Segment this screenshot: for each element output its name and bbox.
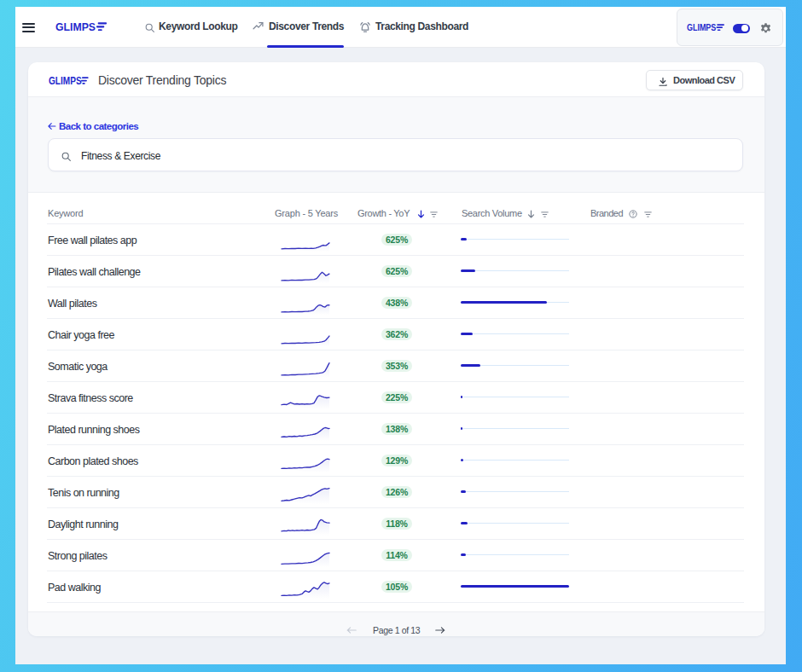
svg-text:GLIMPS: GLIMPS [687, 24, 716, 31]
svg-text:GLIMPS: GLIMPS [49, 77, 82, 84]
svg-text:GLIMPS: GLIMPS [55, 22, 96, 31]
